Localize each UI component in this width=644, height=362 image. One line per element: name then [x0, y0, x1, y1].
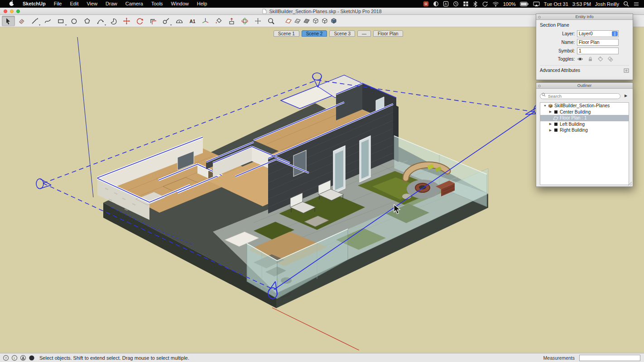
svg-text:A: A [444, 2, 447, 6]
time-machine-icon[interactable] [482, 1, 488, 7]
display-section-planes-button[interactable] [284, 16, 293, 26]
menu-file[interactable]: File [50, 0, 66, 8]
clock-icon[interactable] [453, 1, 459, 7]
tab-dash[interactable]: — [357, 30, 371, 37]
user-icon[interactable] [20, 355, 26, 361]
symbol-field[interactable] [577, 48, 619, 54]
disclosure-triangle-icon[interactable]: ▶ [548, 129, 553, 132]
polygon-tool-button[interactable] [81, 16, 94, 26]
rectangle-tool-button[interactable]: ▾ [54, 16, 67, 26]
red-app-icon[interactable] [423, 1, 429, 7]
push-pull-tool-button[interactable] [225, 16, 238, 26]
text-tool-button[interactable]: A1 [186, 16, 199, 26]
menu-sketchup[interactable]: SketchUp [19, 0, 50, 8]
freehand-tool-button[interactable] [41, 16, 54, 26]
apple-menu[interactable] [5, 0, 19, 9]
entity-info-header[interactable]: Entity Info [536, 14, 633, 20]
select-tool-button[interactable] [2, 16, 15, 26]
eraser-tool-button[interactable] [15, 16, 28, 26]
style-wireframe-button[interactable] [311, 16, 320, 26]
svg-text:?: ? [5, 356, 7, 360]
outliner-search-input[interactable] [540, 93, 620, 99]
panel-close-button[interactable] [538, 16, 541, 19]
tab-scene-1[interactable]: Scene 1 [274, 30, 299, 37]
tag-toggle-icon[interactable] [597, 56, 603, 62]
advanced-attributes-label[interactable]: Advanced Attributes [540, 68, 580, 73]
orbit-tool-button[interactable] [238, 16, 251, 26]
pie-tool-button[interactable] [107, 16, 120, 26]
tree-row-right-building[interactable]: ▶ Right Building [540, 127, 629, 133]
zoom-tool-button[interactable] [264, 16, 278, 26]
menu-tools[interactable]: Tools [147, 0, 167, 8]
name-field[interactable] [577, 39, 619, 46]
battery-icon[interactable] [520, 1, 529, 7]
protractor-tool-button[interactable] [173, 16, 186, 26]
menu-edit[interactable]: Edit [66, 0, 82, 8]
visible-eye-toggle-icon[interactable] [577, 56, 583, 62]
menu-draw[interactable]: Draw [101, 0, 121, 8]
pan-tool-button[interactable] [251, 16, 264, 26]
wifi-icon[interactable] [492, 1, 499, 7]
menubar-time[interactable]: 3:53 PM [572, 1, 591, 7]
tab-floor-plan[interactable]: Floor Plan [373, 30, 403, 37]
status-bar: ? i Select objects. Shift to extend sele… [0, 353, 644, 362]
disclosure-triangle-icon[interactable]: ▶ [548, 110, 553, 114]
offset-tool-button[interactable] [146, 16, 159, 26]
layer-dropdown[interactable]: Layer0 ▲▼ [577, 30, 619, 37]
notification-center-icon[interactable] [633, 1, 639, 7]
lock-toggle-icon[interactable] [587, 56, 593, 62]
tree-item-label: SkillBuilder_Section-Planes [553, 103, 610, 108]
move-tool-button[interactable] [120, 16, 133, 26]
outliner-header[interactable]: Outliner [536, 83, 633, 89]
display-section-cuts-button[interactable] [293, 16, 302, 26]
tab-scene-3[interactable]: Scene 3 [329, 30, 355, 37]
tape-measure-tool-button[interactable]: ▾ [159, 16, 173, 26]
offset-tool-icon [149, 17, 157, 25]
help-icon[interactable]: ? [3, 355, 9, 361]
paint-bucket-tool-button[interactable] [212, 16, 225, 26]
menubar-user[interactable]: Josh Reilly [595, 1, 619, 7]
status-dot-icon[interactable] [29, 355, 35, 361]
tags-toggle-icon[interactable] [607, 56, 613, 62]
spotlight-icon[interactable] [623, 1, 629, 7]
section-corner-marker[interactable] [36, 179, 51, 189]
resize-grip[interactable] [628, 181, 632, 186]
menu-help[interactable]: Help [193, 0, 211, 8]
menu-view[interactable]: View [82, 0, 101, 8]
disclosure-triangle-icon[interactable]: ▶ [548, 122, 553, 126]
svg-text:i: i [14, 356, 14, 360]
tree-row-model[interactable]: ▼ SkillBuilder_Section-Planes [540, 103, 629, 109]
input-source-icon[interactable]: A [443, 1, 449, 7]
arc-tool-button[interactable]: ▾ [94, 16, 107, 26]
flux-icon[interactable] [433, 1, 439, 7]
outliner-filter-button[interactable]: ▶ [623, 93, 629, 99]
bluetooth-icon[interactable] [473, 1, 478, 7]
menu-camera[interactable]: Camera [121, 0, 147, 8]
disclosure-triangle-icon[interactable]: ▼ [543, 104, 548, 107]
close-button[interactable] [4, 10, 7, 13]
line-tool-button[interactable]: ▾ [28, 16, 41, 26]
style-hidden-line-button[interactable] [320, 16, 329, 26]
tab-scene-2[interactable]: Scene 2 [302, 30, 327, 37]
expand-panel-icon[interactable] [624, 68, 629, 73]
display-section-fill-button[interactable] [302, 16, 311, 26]
measurements-input[interactable] [579, 355, 640, 361]
hidden-line-cube-icon [321, 17, 328, 24]
menubar-date[interactable]: Tue Oct 31 [544, 1, 568, 7]
axes-tool-button[interactable] [199, 16, 212, 26]
menu-window[interactable]: Window [167, 0, 193, 8]
panel-close-button[interactable] [538, 85, 541, 87]
rotate-tool-button[interactable] [133, 16, 146, 26]
tree-row-left-building[interactable]: ▶ Left Building [540, 121, 629, 128]
info-icon[interactable]: i [11, 355, 18, 361]
outliner-tree[interactable]: ▼ SkillBuilder_Section-Planes ▶ [540, 102, 629, 185]
tree-row-center-building[interactable]: ▶ Center Building [540, 109, 629, 115]
tree-row-floor-plan[interactable]: Floor Plan : 1 [540, 115, 629, 121]
style-shaded-button[interactable] [329, 16, 338, 26]
zoom-button[interactable] [16, 10, 20, 13]
minimize-button[interactable] [10, 10, 14, 13]
axes-tool-icon [202, 17, 209, 25]
grid-icon[interactable] [463, 1, 469, 7]
airplay-icon[interactable] [533, 1, 540, 7]
circle-tool-button[interactable] [67, 16, 81, 26]
